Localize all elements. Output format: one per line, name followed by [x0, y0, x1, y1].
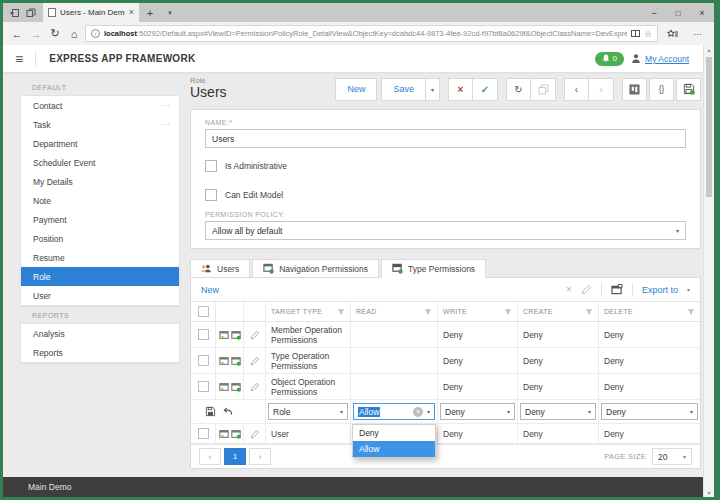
sidebar-item-contact[interactable]: Contact···: [21, 96, 179, 115]
sidebar-item-payment[interactable]: Payment: [21, 210, 179, 229]
sidebar-item-role[interactable]: Role: [21, 267, 179, 286]
row-checkbox[interactable]: [198, 355, 209, 366]
row-checkbox[interactable]: [198, 329, 209, 340]
permission-policy-select[interactable]: Allow all by default ▾: [205, 221, 686, 240]
open-detail-icon[interactable]: [219, 330, 229, 340]
window-layout-button[interactable]: [531, 78, 556, 101]
row-checkbox[interactable]: [198, 381, 209, 392]
panel-toggle-button[interactable]: [622, 78, 647, 101]
sidebar-item-department[interactable]: Department: [21, 134, 179, 153]
sidebar-item-note[interactable]: Note: [21, 191, 179, 210]
save-and-close-button[interactable]: ✓: [473, 78, 498, 101]
reading-view-icon[interactable]: [631, 29, 640, 38]
can-edit-model-checkbox[interactable]: [205, 189, 217, 201]
window-close-button[interactable]: ×: [690, 3, 714, 22]
open-new-window-icon[interactable]: [231, 429, 241, 439]
filter-icon[interactable]: [687, 308, 695, 316]
window-minimize-button[interactable]: –: [642, 3, 666, 22]
browser-tab[interactable]: Users - Main Demo ×: [43, 3, 139, 22]
tab-navigation-permissions[interactable]: Navigation Permissions: [252, 259, 379, 278]
scroll-down-icon[interactable]: ▾: [704, 489, 714, 496]
row-checkbox[interactable]: [198, 428, 209, 439]
export-to-button[interactable]: Export to: [642, 285, 678, 295]
show-set-aside-tabs-icon[interactable]: [26, 8, 36, 18]
window-maximize-button[interactable]: □: [666, 3, 690, 22]
clear-icon[interactable]: ×: [413, 407, 423, 417]
sidebar-item-task[interactable]: Task···: [21, 115, 179, 134]
select-all-checkbox[interactable]: [198, 306, 209, 317]
sidebar-item-resume[interactable]: Resume: [21, 248, 179, 267]
inline-edit-icon[interactable]: [250, 429, 260, 439]
refresh-icon[interactable]: ↻: [47, 27, 63, 40]
tab-users[interactable]: Users: [190, 259, 250, 278]
edit-model-button[interactable]: {}: [649, 78, 674, 101]
table-row[interactable]: Type Operation Permissions Deny Deny Den…: [191, 348, 700, 374]
create-editor[interactable]: Deny▾: [520, 403, 596, 420]
table-row[interactable]: Object Operation Permissions Deny Deny D…: [191, 374, 700, 400]
pager-next-button[interactable]: ›: [249, 448, 271, 465]
filter-icon[interactable]: [504, 308, 512, 316]
inline-edit-icon[interactable]: [250, 382, 260, 392]
chevron-down-icon[interactable]: ▾: [427, 408, 430, 415]
column-header-read[interactable]: READ: [351, 302, 438, 321]
sidebar-item-analysis[interactable]: Analysis: [21, 324, 179, 343]
grid-layout-icon[interactable]: [611, 284, 623, 295]
open-detail-icon[interactable]: [219, 356, 229, 366]
tab-preview-chevron-icon[interactable]: ▾: [161, 3, 179, 22]
filter-icon[interactable]: [337, 308, 345, 316]
name-field[interactable]: Users: [205, 129, 686, 148]
column-header-create[interactable]: CREATE: [518, 302, 599, 321]
table-row[interactable]: User Deny Deny Deny: [191, 424, 700, 444]
column-header-target-type[interactable]: TARGET TYPE: [266, 302, 351, 321]
scroll-up-icon[interactable]: ▴: [704, 46, 714, 53]
pager-page-1[interactable]: 1: [224, 448, 246, 465]
sidebar-item-scheduler-event[interactable]: Scheduler Event: [21, 153, 179, 172]
is-administrative-checkbox[interactable]: [205, 160, 217, 172]
save-view-settings-button[interactable]: [676, 78, 701, 101]
open-detail-icon[interactable]: [219, 429, 229, 439]
favorite-star-icon[interactable]: ☆: [644, 29, 652, 39]
notifications-badge[interactable]: 0: [595, 52, 624, 66]
inline-edit-icon[interactable]: [250, 356, 260, 366]
filter-icon[interactable]: [424, 308, 432, 316]
back-icon[interactable]: ←: [9, 28, 25, 40]
hamburger-menu-icon[interactable]: ≡: [3, 51, 35, 67]
previous-object-button[interactable]: ‹: [564, 78, 589, 101]
save-button[interactable]: Save: [381, 78, 426, 101]
tab-close-icon[interactable]: ×: [129, 8, 134, 17]
open-new-window-icon[interactable]: [231, 330, 241, 340]
sidebar-item-reports[interactable]: Reports: [21, 343, 179, 362]
open-detail-icon[interactable]: [219, 382, 229, 392]
sidebar-item-position[interactable]: Position: [21, 229, 179, 248]
save-dropdown-icon[interactable]: ▾: [426, 78, 440, 101]
export-caret-icon[interactable]: ▾: [687, 286, 690, 293]
forward-icon[interactable]: →: [28, 28, 44, 40]
more-icon[interactable]: ···: [160, 101, 171, 110]
scrollbar-thumb[interactable]: [706, 57, 712, 197]
dropdown-option-deny[interactable]: Deny: [353, 425, 435, 441]
site-info-icon[interactable]: i: [91, 29, 100, 38]
open-new-window-icon[interactable]: [231, 382, 241, 392]
grid-delete-icon[interactable]: ×: [566, 284, 572, 295]
grid-new-button[interactable]: New: [201, 285, 219, 295]
settings-more-icon[interactable]: ···: [687, 29, 708, 39]
column-header-write[interactable]: WRITE: [438, 302, 518, 321]
inline-edit-icon[interactable]: [250, 330, 260, 340]
write-editor[interactable]: Deny▾: [440, 403, 515, 420]
new-tab-button[interactable]: +: [139, 3, 161, 22]
my-account-link[interactable]: My Account: [645, 54, 689, 64]
read-editor[interactable]: Allow×▾: [353, 403, 435, 420]
sidebar-item-user[interactable]: User: [21, 286, 179, 305]
row-cancel-undo-icon[interactable]: [222, 406, 233, 417]
row-save-icon[interactable]: [205, 406, 216, 417]
home-icon[interactable]: ⌂: [66, 28, 82, 40]
filter-icon[interactable]: [585, 308, 593, 316]
more-icon[interactable]: ···: [160, 120, 171, 129]
target-type-editor[interactable]: Role▾: [268, 403, 348, 420]
grid-edit-icon[interactable]: [581, 284, 592, 295]
column-header-delete[interactable]: DELETE: [599, 302, 700, 321]
page-scrollbar[interactable]: ▴ ▾: [703, 45, 714, 497]
hub-favorites-icon[interactable]: [661, 29, 684, 39]
address-box[interactable]: i localhost:50292/Default.aspx#ViewID=Pe…: [85, 25, 658, 42]
tab-type-permissions[interactable]: Type Permissions: [381, 259, 486, 278]
